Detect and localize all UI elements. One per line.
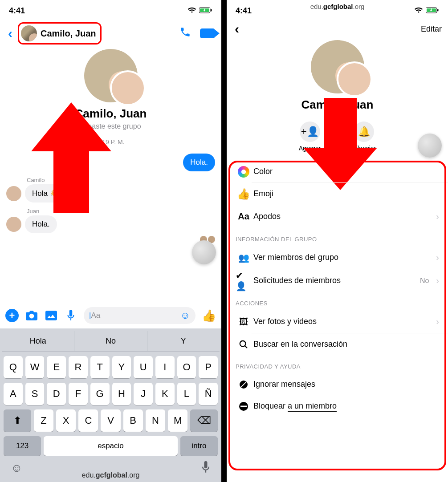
key[interactable]: V: [101, 409, 120, 432]
group-icon: 👥: [236, 252, 252, 263]
chevron-right-icon: ›: [436, 316, 439, 327]
group-timestamp: 3:19 P. M.: [6, 138, 215, 146]
space-key[interactable]: espacio: [44, 436, 178, 456]
block-member-row[interactable]: Bloquear a un miembro: [227, 395, 448, 417]
sender-avatar: [6, 217, 21, 232]
key[interactable]: U: [134, 356, 153, 378]
group-avatar-large: [84, 49, 138, 102]
emoji-picker-button[interactable]: ☺: [180, 310, 190, 321]
key[interactable]: Ñ: [199, 383, 218, 405]
key[interactable]: P: [199, 356, 218, 378]
message-incoming-row[interactable]: Hola.: [6, 215, 215, 233]
key[interactable]: M: [168, 409, 187, 432]
group-subtitle: Creaste este grupo: [6, 122, 215, 130]
wifi-icon: [187, 6, 196, 16]
key[interactable]: O: [177, 356, 196, 378]
view-media-row[interactable]: 🖼 Ver fotos y videos›: [227, 310, 448, 333]
group-avatar-small: [21, 25, 37, 41]
group-name: Camilo, Juan: [227, 98, 448, 112]
back-button[interactable]: ‹: [233, 22, 241, 36]
battery-icon: [199, 6, 212, 16]
nav-bar: ‹ Camilo, Juan: [0, 18, 221, 49]
svg-rect-1: [211, 9, 212, 11]
gallery-button[interactable]: [45, 309, 58, 322]
key[interactable]: I: [155, 356, 175, 378]
assistive-touch-button[interactable]: [192, 240, 216, 264]
like-button[interactable]: 👍: [202, 309, 216, 323]
emoji-row[interactable]: 👍 Emoji: [227, 183, 448, 205]
key[interactable]: H: [112, 383, 131, 405]
key[interactable]: W: [25, 356, 45, 378]
chevron-right-icon: ›: [436, 211, 439, 222]
return-key[interactable]: intro: [180, 436, 218, 456]
search-conversation-row[interactable]: Buscar en la conversación: [227, 333, 448, 355]
section-header: INFORMACIÓN DEL GRUPO: [227, 228, 448, 246]
key[interactable]: J: [134, 383, 153, 405]
nicknames-row[interactable]: Aa Apodos›: [227, 205, 448, 228]
camera-button[interactable]: [25, 309, 38, 322]
key[interactable]: K: [155, 383, 175, 405]
suggestion[interactable]: Y: [147, 331, 220, 351]
chevron-right-icon: ›: [436, 275, 439, 286]
group-name: Camilo, Juan: [6, 107, 215, 121]
watermark: edu.gcfglobal.org: [0, 471, 221, 479]
message-incoming: Hola 👋: [25, 184, 66, 203]
chevron-right-icon: ›: [436, 252, 439, 263]
numbers-key[interactable]: 123: [4, 436, 41, 456]
suggestion[interactable]: No: [74, 331, 147, 351]
svg-rect-3: [45, 311, 57, 320]
block-icon: [236, 401, 252, 412]
ignore-messages-row[interactable]: Ignorar mensajes: [227, 373, 448, 395]
key[interactable]: E: [47, 356, 66, 378]
key[interactable]: C: [78, 409, 98, 432]
color-row[interactable]: Color: [227, 161, 448, 183]
video-call-button[interactable]: [200, 28, 215, 38]
key[interactable]: D: [47, 383, 66, 405]
key[interactable]: Y: [112, 356, 131, 378]
chat-body[interactable]: Camilo, Juan Creaste este grupo 3:19 P. …: [0, 49, 221, 303]
key[interactable]: T: [90, 356, 110, 378]
mic-button[interactable]: [64, 309, 77, 322]
section-header: ACCIONES: [227, 292, 448, 310]
message-incoming: Hola.: [25, 215, 57, 233]
keyboard: Hola No Y Q W E R T Y U I O P A S D F G …: [0, 328, 221, 482]
key[interactable]: Z: [34, 409, 53, 432]
check-person-icon: ✔👤: [236, 270, 252, 292]
svg-rect-5: [204, 461, 208, 468]
attach-button[interactable]: +: [5, 309, 19, 322]
assistive-touch-button[interactable]: [418, 134, 442, 158]
edit-button[interactable]: Editar: [421, 24, 442, 34]
add-member-icon: +👤: [300, 122, 320, 142]
message-incoming-row[interactable]: Hola 👋: [6, 184, 215, 203]
key[interactable]: F: [69, 383, 88, 405]
message-input[interactable]: |Aa ☺: [84, 307, 195, 324]
back-button[interactable]: ‹: [6, 27, 14, 40]
chat-title-button[interactable]: Camilo, Juan: [18, 22, 102, 45]
member-requests-row[interactable]: ✔👤 Solicitudes de miembrosNo›: [227, 269, 448, 292]
key[interactable]: R: [69, 356, 88, 378]
shift-key[interactable]: ⬆: [4, 409, 31, 432]
audio-call-button[interactable]: [176, 26, 195, 41]
group-avatar-large[interactable]: [311, 40, 364, 93]
key[interactable]: Q: [4, 356, 23, 378]
add-member-button[interactable]: +👤 Agregar: [299, 122, 321, 152]
quick-actions: +👤 Agregar 🔔 Silenciar: [227, 122, 448, 152]
key[interactable]: G: [90, 383, 110, 405]
status-time: 4:41: [9, 6, 25, 16]
settings-list[interactable]: Color 👍 Emoji Aa Apodos› INFORMACIÓN DEL…: [227, 161, 448, 482]
search-icon: [236, 340, 252, 349]
mute-button[interactable]: 🔔 Silenciar: [352, 122, 376, 152]
key[interactable]: B: [123, 409, 143, 432]
key[interactable]: X: [56, 409, 76, 432]
backspace-key[interactable]: ⌫: [190, 409, 218, 432]
suggestion[interactable]: Hola: [2, 331, 74, 351]
svg-rect-4: [69, 310, 73, 316]
sender-avatar: [6, 186, 21, 201]
key[interactable]: S: [25, 383, 45, 405]
key[interactable]: N: [146, 409, 165, 432]
message-outgoing[interactable]: Hola.: [183, 154, 215, 171]
key[interactable]: L: [177, 383, 196, 405]
ignore-icon: [236, 379, 252, 390]
key[interactable]: A: [4, 383, 23, 405]
view-members-row[interactable]: 👥 Ver miembros del grupo›: [227, 246, 448, 269]
